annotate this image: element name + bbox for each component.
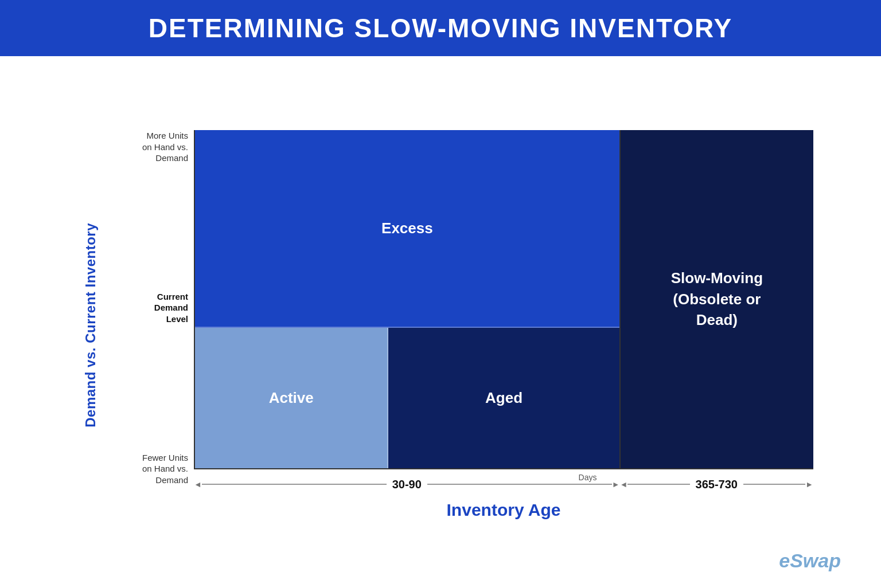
y-tick-middle: Current Demand Level [114,291,188,325]
y-axis-ticks: More Units on Hand vs. Demand Current De… [114,130,194,520]
chart-plot: Excess Active Aged [194,130,813,520]
cell-aged: Aged [388,328,619,468]
x-arrow-left: ◄ 30-90 ► [194,478,620,491]
aged-label: Aged [485,387,523,408]
cell-slow-moving: Slow-Moving (Obsolete or Dead) [621,130,813,468]
active-label: Active [269,387,314,408]
header-banner: DETERMINING SLOW-MOVING INVENTORY [0,0,881,56]
days-label: Days [579,473,597,482]
eswap-logo: eSwap [779,550,841,571]
x-axis-arrows: ◄ 30-90 ► ◄ 365-730 ► [194,474,813,495]
page-wrapper: DETERMINING SLOW-MOVING INVENTORY Demand… [0,0,881,588]
cell-excess: Excess [195,130,619,328]
y-axis-label: Demand vs. Current Inventory [83,223,99,428]
eswap-logo-container: eSwap [779,550,841,572]
chart-col-left: Excess Active Aged [195,130,621,468]
chart-grid: Excess Active Aged [194,130,813,469]
y-axis-label-container: Demand vs. Current Inventory [68,130,114,520]
main-content: Demand vs. Current Inventory More Units … [0,56,881,588]
page-title: DETERMINING SLOW-MOVING INVENTORY [149,13,732,44]
y-tick-top: More Units on Hand vs. Demand [114,130,188,164]
x-axis-area: Days ◄ 30-90 ► [194,473,813,495]
slow-moving-label: Slow-Moving (Obsolete or Dead) [671,268,763,330]
y-tick-bottom: Fewer Units on Hand vs. Demand [114,452,188,486]
cell-active: Active [195,328,388,468]
x-axis-title: Inventory Age [194,500,813,520]
excess-label: Excess [381,218,433,238]
x-range-1: 30-90 [387,478,427,491]
chart-col-left-lower: Active Aged [195,328,619,468]
x-range-2: 365-730 [690,478,743,491]
x-arrow-right: ◄ 365-730 ► [620,478,814,491]
chart-area: Demand vs. Current Inventory More Units … [68,130,813,520]
